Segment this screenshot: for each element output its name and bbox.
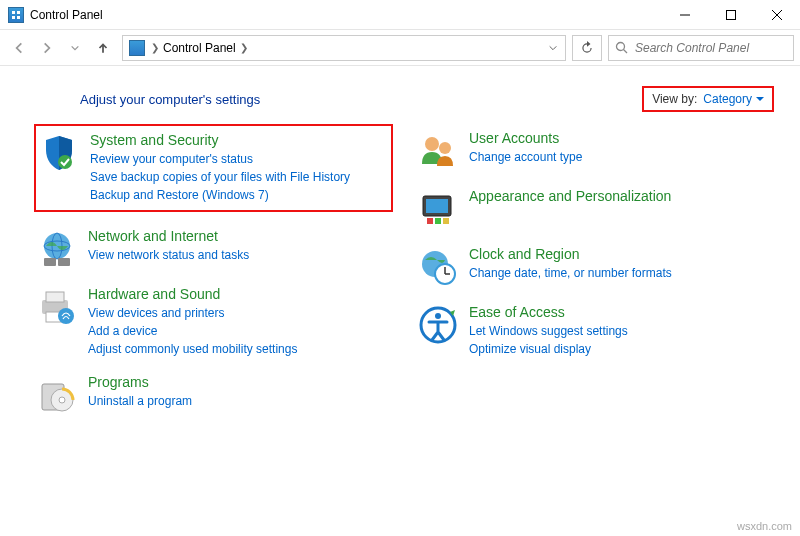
category-ease-of-access: Ease of Access Let Windows suggest setti…	[417, 304, 774, 358]
watermark: wsxdn.com	[737, 520, 792, 532]
minimize-button[interactable]	[662, 0, 708, 30]
category-link[interactable]: View network status and tasks	[88, 246, 393, 264]
address-bar[interactable]: ❯ Control Panel ❯	[122, 35, 566, 61]
svg-line-9	[624, 49, 628, 53]
view-by-value: Category	[703, 92, 752, 106]
search-input[interactable]	[635, 41, 787, 55]
category-network-internet: Network and Internet View network status…	[36, 228, 393, 270]
svg-rect-1	[17, 11, 20, 14]
address-history-dropdown[interactable]	[543, 43, 563, 53]
chevron-down-icon	[756, 95, 764, 103]
view-by-control: View by: Category	[642, 86, 774, 112]
category-link[interactable]: Uninstall a program	[88, 392, 393, 410]
category-system-security: System and Security Review your computer…	[34, 124, 393, 212]
svg-point-23	[425, 137, 439, 151]
category-user-accounts: User Accounts Change account type	[417, 130, 774, 172]
printer-hardware-icon	[36, 286, 78, 328]
category-clock-region: Clock and Region Change date, time, or n…	[417, 246, 774, 288]
svg-rect-14	[44, 258, 56, 266]
content-area: Adjust your computer's settings View by:…	[0, 66, 800, 536]
category-title[interactable]: Ease of Access	[469, 304, 774, 320]
category-appearance-personalization: Appearance and Personalization	[417, 188, 774, 230]
category-title[interactable]: Appearance and Personalization	[469, 188, 774, 204]
refresh-button[interactable]	[572, 35, 602, 61]
page-title: Adjust your computer's settings	[80, 92, 642, 107]
left-column: System and Security Review your computer…	[36, 130, 393, 432]
category-title[interactable]: Network and Internet	[88, 228, 393, 244]
breadcrumb-root[interactable]: Control Panel	[161, 41, 238, 55]
svg-rect-5	[727, 10, 736, 19]
up-button[interactable]	[90, 35, 116, 61]
svg-point-24	[439, 142, 451, 154]
svg-rect-28	[435, 218, 441, 224]
svg-rect-0	[12, 11, 15, 14]
category-link[interactable]: View devices and printers	[88, 304, 393, 322]
titlebar: Control Panel	[0, 0, 800, 30]
view-by-label: View by:	[652, 92, 697, 106]
svg-rect-2	[12, 16, 15, 19]
category-link[interactable]: Optimize visual display	[469, 340, 774, 358]
svg-point-8	[617, 42, 625, 50]
control-panel-icon	[8, 7, 24, 23]
search-box[interactable]	[608, 35, 794, 61]
right-column: User Accounts Change account type Appear…	[417, 130, 774, 432]
address-control-panel-icon	[129, 40, 145, 56]
search-icon	[615, 41, 629, 55]
category-title[interactable]: Programs	[88, 374, 393, 390]
chevron-right-icon[interactable]: ❯	[151, 42, 159, 53]
category-link[interactable]: Backup and Restore (Windows 7)	[90, 186, 385, 204]
window-title: Control Panel	[30, 8, 662, 22]
recent-locations-button[interactable]	[62, 35, 88, 61]
svg-rect-17	[46, 292, 64, 302]
close-button[interactable]	[754, 0, 800, 30]
category-hardware-sound: Hardware and Sound View devices and prin…	[36, 286, 393, 358]
category-programs: Programs Uninstall a program	[36, 374, 393, 416]
forward-button[interactable]	[34, 35, 60, 61]
svg-rect-29	[443, 218, 449, 224]
svg-rect-26	[426, 199, 448, 213]
category-link[interactable]: Change account type	[469, 148, 774, 166]
category-link[interactable]: Adjust commonly used mobility settings	[88, 340, 393, 358]
clock-globe-icon	[417, 246, 459, 288]
svg-rect-27	[427, 218, 433, 224]
svg-rect-3	[17, 16, 20, 19]
category-title[interactable]: User Accounts	[469, 130, 774, 146]
svg-point-22	[59, 397, 65, 403]
svg-point-35	[435, 313, 441, 319]
category-title[interactable]: Hardware and Sound	[88, 286, 393, 302]
ease-of-access-icon	[417, 304, 459, 346]
category-link[interactable]: Add a device	[88, 322, 393, 340]
shield-icon	[38, 132, 80, 174]
svg-point-10	[58, 155, 72, 169]
category-title[interactable]: System and Security	[90, 132, 385, 148]
maximize-button[interactable]	[708, 0, 754, 30]
chevron-right-icon[interactable]: ❯	[240, 42, 248, 53]
appearance-icon	[417, 188, 459, 230]
category-link[interactable]: Review your computer's status	[90, 150, 385, 168]
navbar: ❯ Control Panel ❯	[0, 30, 800, 66]
globe-network-icon	[36, 228, 78, 270]
category-link[interactable]: Save backup copies of your files with Fi…	[90, 168, 385, 186]
svg-rect-15	[58, 258, 70, 266]
category-title[interactable]: Clock and Region	[469, 246, 774, 262]
category-link[interactable]: Change date, time, or number formats	[469, 264, 774, 282]
user-accounts-icon	[417, 130, 459, 172]
category-link[interactable]: Let Windows suggest settings	[469, 322, 774, 340]
view-by-dropdown[interactable]: Category	[703, 92, 764, 106]
back-button[interactable]	[6, 35, 32, 61]
disc-box-icon	[36, 374, 78, 416]
